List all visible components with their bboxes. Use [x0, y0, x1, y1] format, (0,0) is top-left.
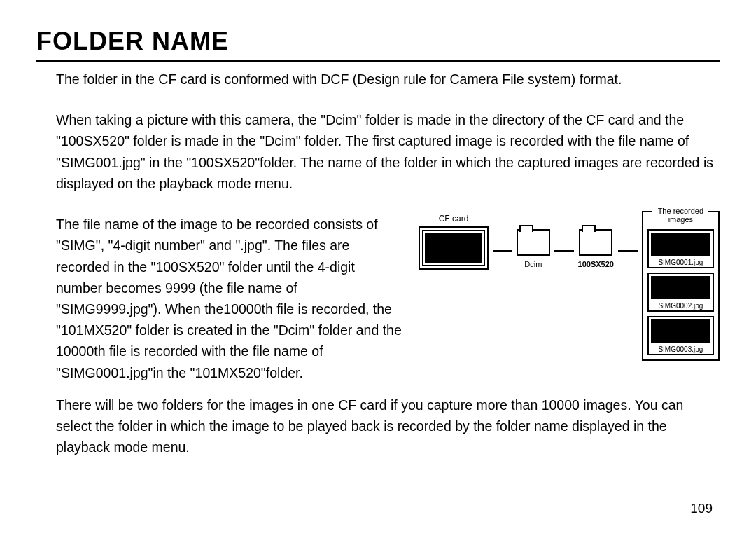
image-filename: SIMG0003.jpg [649, 345, 713, 353]
title-rule [36, 60, 720, 62]
image-filename: SIMG0002.jpg [649, 302, 713, 310]
cf-card-label: CF card [439, 214, 469, 224]
dcim-explanation-paragraph: When taking a picture with this camera, … [56, 109, 720, 194]
connector-line [554, 250, 574, 252]
image-thumbnail: SIMG0001.jpg [648, 229, 714, 268]
image-filename: SIMG0001.jpg [649, 259, 713, 266]
connector-line [618, 250, 638, 252]
recorded-images-box: The recorded images SIMG0001.jpg SIMG000… [642, 211, 720, 361]
intro-paragraph: The folder in the CF card is conformed w… [56, 69, 720, 90]
cf-card-icon [419, 226, 489, 270]
folder-icon [579, 229, 612, 256]
two-folders-paragraph: There will be two folders for the images… [56, 394, 720, 458]
folder-icon [517, 229, 550, 256]
image-thumbnail: SIMG0003.jpg [648, 316, 714, 355]
recorded-images-title: The recorded images [652, 207, 708, 224]
100sx520-folder-label: 100SX520 [578, 260, 614, 268]
connector-line [493, 250, 512, 252]
folder-structure-diagram: CF card Dcim 100SX520 The recorded image… [419, 214, 720, 383]
page-title: FOLDER NAME [36, 27, 720, 56]
filename-rules-paragraph: The file name of the image to be recorde… [56, 214, 402, 383]
dcim-folder-label: Dcim [524, 260, 542, 268]
image-thumbnail: SIMG0002.jpg [648, 273, 714, 312]
page-number: 109 [690, 501, 713, 516]
